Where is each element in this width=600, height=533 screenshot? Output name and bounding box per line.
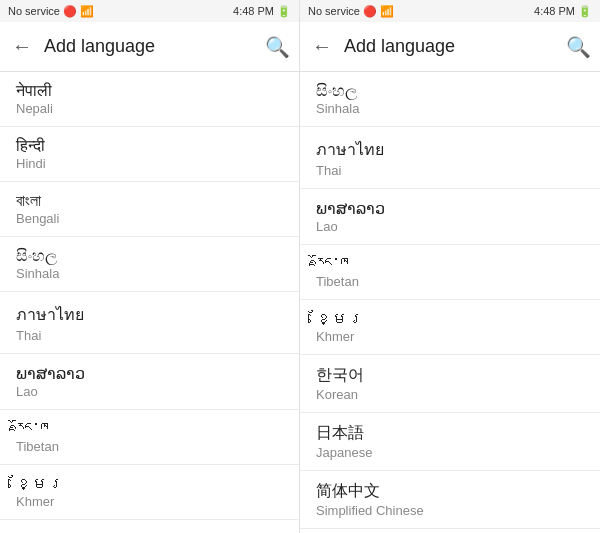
- left-header-title: Add language: [44, 36, 255, 57]
- list-item-native: ภาษาไทย: [316, 137, 584, 162]
- list-item-native: ພາສາລາວ: [316, 199, 584, 218]
- list-item-english: Lao: [16, 384, 283, 399]
- list-item-native: සිංහල: [16, 247, 283, 265]
- list-item-english: Bengali: [16, 211, 283, 226]
- right-wifi-icon: 📶: [380, 5, 394, 18]
- left-back-button[interactable]: ←: [8, 35, 36, 58]
- list-item[interactable]: ខ្មែរKhmer: [0, 465, 299, 520]
- list-item-native: සිංහල: [316, 82, 584, 100]
- list-item[interactable]: 한국어Korean: [300, 355, 600, 413]
- right-service-text: No service: [308, 5, 360, 17]
- list-item-native: हिन्दी: [16, 137, 283, 155]
- left-signal-icon: 🔴: [63, 5, 77, 18]
- list-item-english: Hindi: [16, 156, 283, 171]
- list-item-native: ខ្មែរ: [16, 475, 283, 493]
- list-item-english: Tibetan: [316, 274, 584, 289]
- list-item[interactable]: සිංහලSinhala: [300, 72, 600, 127]
- left-language-list: नेपालीNepaliहिन्दीHindiবাংলাBengaliසිංහල…: [0, 72, 299, 533]
- left-header: ← Add language 🔍: [0, 22, 299, 72]
- list-item-english: Lao: [316, 219, 584, 234]
- list-item[interactable]: नेपालीNepali: [0, 72, 299, 127]
- right-header-title: Add language: [344, 36, 556, 57]
- left-battery-icon: 🔋: [277, 5, 291, 18]
- left-time: 4:48 PM: [233, 5, 274, 17]
- left-search-button[interactable]: 🔍: [263, 35, 291, 59]
- list-item[interactable]: ພາສາລາວLao: [300, 189, 600, 245]
- list-item-native: বাংলা: [16, 192, 283, 210]
- right-header: ← Add language 🔍: [300, 22, 600, 72]
- left-status-right: 4:48 PM 🔋: [233, 5, 291, 18]
- list-item-english: Korean: [316, 387, 584, 402]
- list-item[interactable]: 繁體中文Traditional Chinese: [300, 529, 600, 533]
- right-panel: No service 🔴 📶 4:48 PM 🔋 ← Add language …: [300, 0, 600, 533]
- left-status-left: No service 🔴 📶: [8, 5, 94, 18]
- list-item[interactable]: සිංහලSinhala: [0, 237, 299, 292]
- list-item[interactable]: ภาษาไทยThai: [300, 127, 600, 189]
- right-signal-icon: 🔴: [363, 5, 377, 18]
- list-item-native: ພາສາລາວ: [16, 364, 283, 383]
- right-status-right: 4:48 PM 🔋: [534, 5, 592, 18]
- left-status-bar: No service 🔴 📶 4:48 PM 🔋: [0, 0, 299, 22]
- right-status-left: No service 🔴 📶: [308, 5, 394, 18]
- list-item[interactable]: 한국어Korean: [0, 520, 299, 533]
- left-panel: No service 🔴 📶 4:48 PM 🔋 ← Add language …: [0, 0, 300, 533]
- list-item-native: ខ្មែរ: [316, 310, 584, 328]
- list-item-native: 日本語: [316, 423, 584, 444]
- list-item-native: རྫོང་ཁ: [16, 420, 283, 438]
- list-item-native: नेपाली: [16, 82, 283, 100]
- list-item-english: Khmer: [316, 329, 584, 344]
- list-item-english: Khmer: [16, 494, 283, 509]
- list-item-english: Tibetan: [16, 439, 283, 454]
- list-item-native: རྫོང་ཁ: [316, 255, 584, 273]
- list-item[interactable]: हिन्दीHindi: [0, 127, 299, 182]
- list-item-english: Sinhala: [16, 266, 283, 281]
- left-service-text: No service: [8, 5, 60, 17]
- right-time: 4:48 PM: [534, 5, 575, 17]
- left-wifi-icon: 📶: [80, 5, 94, 18]
- list-item-english: Sinhala: [316, 101, 584, 116]
- list-item[interactable]: ภาษาไทยThai: [0, 292, 299, 354]
- list-item-native: 简体中文: [316, 481, 584, 502]
- list-item[interactable]: རྫོང་ཁTibetan: [0, 410, 299, 465]
- list-item[interactable]: 简体中文Simplified Chinese: [300, 471, 600, 529]
- list-item-english: Nepali: [16, 101, 283, 116]
- list-item-english: Thai: [16, 328, 283, 343]
- right-language-list: සිංහලSinhalaภาษาไทยThaiພາສາລາວLaoརྫོང་ཁT…: [300, 72, 600, 533]
- list-item-english: Simplified Chinese: [316, 503, 584, 518]
- right-search-button[interactable]: 🔍: [564, 35, 592, 59]
- list-item-native: ภาษาไทย: [16, 302, 283, 327]
- list-item[interactable]: বাংলাBengali: [0, 182, 299, 237]
- right-battery-icon: 🔋: [578, 5, 592, 18]
- list-item-native: 한국어: [316, 365, 584, 386]
- right-back-button[interactable]: ←: [308, 35, 336, 58]
- list-item[interactable]: ខ្មែរKhmer: [300, 300, 600, 355]
- right-status-bar: No service 🔴 📶 4:48 PM 🔋: [300, 0, 600, 22]
- list-item[interactable]: རྫོང་ཁTibetan: [300, 245, 600, 300]
- list-item[interactable]: 日本語Japanese: [300, 413, 600, 471]
- list-item-english: Japanese: [316, 445, 584, 460]
- list-item-english: Thai: [316, 163, 584, 178]
- list-item[interactable]: ພາສາລາວLao: [0, 354, 299, 410]
